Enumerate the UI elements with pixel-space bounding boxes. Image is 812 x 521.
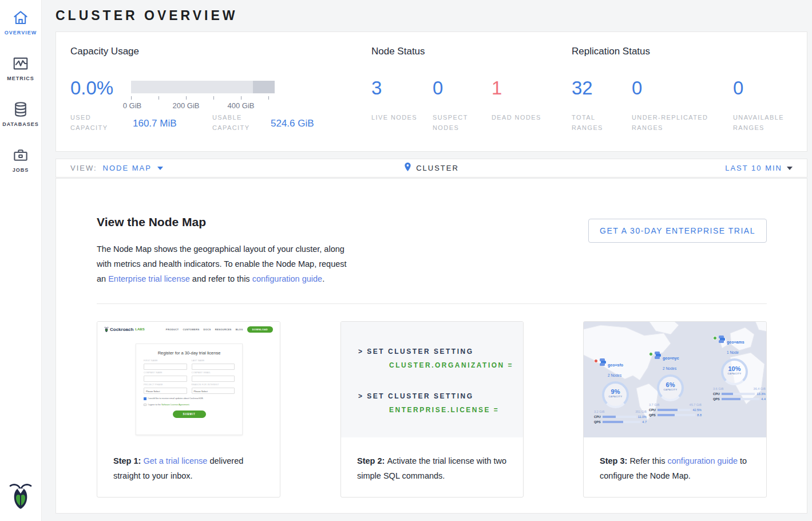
qps-label: QPS xyxy=(594,420,601,424)
sidebar-item-databases[interactable]: DATABASES xyxy=(0,101,41,127)
cpu-label: CPU xyxy=(713,392,720,396)
database-icon xyxy=(0,101,41,118)
locality-name: geo=ams xyxy=(727,340,744,344)
view-bar: VIEW: NODE MAP CLUSTER LAST 10 MIN xyxy=(56,159,807,177)
locality-name: geo=nyc xyxy=(663,356,679,360)
node-stack-icon xyxy=(655,352,661,359)
qps-value: 8.8 xyxy=(697,413,702,417)
configuration-guide-link[interactable]: configuration guide xyxy=(667,456,738,465)
caption-text: Refer this xyxy=(629,456,667,465)
qps-label: QPS xyxy=(713,397,720,401)
used-capacity-label: USED CAPACITY xyxy=(70,112,122,133)
locality-node-count: 1 Node xyxy=(727,350,739,354)
sidebar-item-label: OVERVIEW xyxy=(0,30,41,35)
capacity-used: 3.2 GiB xyxy=(594,410,604,413)
axis-tick xyxy=(159,96,159,100)
capacity-gauge: 9% CAPACITY xyxy=(602,381,629,408)
sql-statement: > SET CLUSTER SETTING xyxy=(358,393,523,400)
metrics-icon xyxy=(0,55,41,72)
usable-capacity-value: 524.6 GiB xyxy=(271,118,314,129)
axis-tick xyxy=(268,96,269,100)
step-number: Step 1: xyxy=(113,456,143,465)
cpu-label: CPU xyxy=(649,408,656,412)
briefcase-icon xyxy=(0,147,41,164)
axis-tick-label: 400 GiB xyxy=(228,101,255,110)
sidebar-item-jobs[interactable]: JOBS xyxy=(0,147,41,173)
cpu-value: 11.0% xyxy=(638,415,647,419)
breadcrumb-cluster: CLUSTER xyxy=(416,164,459,172)
capacity-percent: 6% xyxy=(659,381,682,388)
cpu-label: CPU xyxy=(594,415,601,419)
configuration-guide-link[interactable]: configuration guide xyxy=(252,274,323,283)
step-2-card: > SET CLUSTER SETTING CLUSTER.ORGANIZATI… xyxy=(340,321,524,498)
capacity-usage-title: Capacity Usage xyxy=(70,46,139,57)
field-label: REASON FOR INTEREST xyxy=(192,384,235,386)
enterprise-trial-license-link[interactable]: Enterprise trial license xyxy=(108,274,190,283)
capacity-gauge: 6% CAPACITY xyxy=(657,374,684,401)
select-input: Please Select xyxy=(192,388,235,394)
enterprise-trial-button[interactable]: GET A 30-DAY ENTERPRISE TRIAL xyxy=(588,219,767,243)
capacity-percent: 0.0% xyxy=(70,77,113,99)
license-agreement-link: Software License Agreement. xyxy=(161,404,190,406)
node-map-description: The Node Map shows the geographical layo… xyxy=(97,242,357,286)
text-input xyxy=(144,376,187,382)
checkbox-label: I agree to the xyxy=(148,404,161,406)
sql-statement: > SET CLUSTER SETTING xyxy=(358,348,523,355)
location-pin-icon xyxy=(404,162,411,174)
total-ranges-label: TOTAL RANGES xyxy=(572,112,623,133)
capacity-bar-chart xyxy=(131,81,275,93)
nav-item: DOCS xyxy=(204,328,211,331)
checkbox-checked xyxy=(144,397,146,400)
get-trial-license-link[interactable]: Get a trial license xyxy=(143,456,207,465)
sidebar-item-label: DATABASES xyxy=(0,121,41,127)
sql-setting: ENTERPRISE.LICENSE = xyxy=(389,406,523,413)
chevron-down-icon[interactable] xyxy=(787,167,793,170)
suspect-nodes-label: SUSPECT NODES xyxy=(433,112,484,133)
capacity-total: 36.4 GiB xyxy=(754,387,766,390)
replication-status-title: Replication Status xyxy=(572,46,650,57)
capacity-label: CAPACITY xyxy=(604,395,627,398)
status-dot-green-icon xyxy=(649,352,653,356)
page-title: CLUSTER OVERVIEW xyxy=(56,8,238,23)
node-map-panel: View the Node Map The Node Map shows the… xyxy=(56,178,807,514)
sidebar-item-metrics[interactable]: METRICS xyxy=(0,55,41,81)
mock-site-header: Cockroach LABS PRODUCT CUSTOMERS DOCS RE… xyxy=(97,322,280,337)
time-range-selector[interactable]: LAST 10 MIN xyxy=(725,164,793,172)
form-title: Register for a 30-day trial license xyxy=(144,350,235,356)
total-ranges-value: 32 xyxy=(572,77,593,99)
under-replicated-ranges-value: 0 xyxy=(632,77,642,99)
field-label: COMPANY EMAIL xyxy=(192,372,235,374)
node-status-title: Node Status xyxy=(371,46,425,57)
checkbox-label: I would like to receive email updates ab… xyxy=(148,397,204,400)
step-1-card: Cockroach LABS PRODUCT CUSTOMERS DOCS RE… xyxy=(97,321,280,498)
dead-nodes-label: DEAD NODES xyxy=(492,112,543,123)
sidebar-item-overview[interactable]: OVERVIEW xyxy=(0,9,41,35)
axis-tick xyxy=(213,96,214,100)
capacity-gauge: 10% CAPACITY xyxy=(721,358,748,385)
sidebar: OVERVIEW METRICS DATABASES xyxy=(0,0,42,521)
sql-code-block: > SET CLUSTER SETTING CLUSTER.ORGANIZATI… xyxy=(341,322,523,437)
text-input xyxy=(192,364,235,370)
status-dot-green-icon xyxy=(713,336,717,340)
description-text: and refer to this xyxy=(190,274,252,283)
time-range-value[interactable]: LAST 10 MIN xyxy=(725,164,782,172)
dead-nodes-value: 1 xyxy=(492,77,502,99)
mock-site-nav: PRODUCT CUSTOMERS DOCS RESOURCES BLOG DO… xyxy=(166,326,273,333)
locality-name: geo=sfo xyxy=(608,363,623,367)
step-3-card: geo=sfo2 Nodes 9% CAPACITY 3.2 GiB351 Gi… xyxy=(583,321,767,498)
step-1-caption: Step 1: Get a trial license delivered st… xyxy=(97,437,280,483)
capacity-label: CAPACITY xyxy=(659,388,682,391)
under-replicated-ranges-label: UNDER-REPLICATED RANGES xyxy=(632,112,723,133)
trial-license-form: Register for a 30-day trial license FIRS… xyxy=(136,344,243,435)
cluster-overview-page: OVERVIEW METRICS DATABASES xyxy=(0,0,812,521)
capacity-percent: 9% xyxy=(604,388,627,395)
step-2-caption: Step 2: Activate the trial license with … xyxy=(341,437,523,483)
field-label: FIRST NAME xyxy=(144,360,187,362)
trial-registration-screenshot: Cockroach LABS PRODUCT CUSTOMERS DOCS RE… xyxy=(97,322,280,437)
cockroachdb-logo-icon xyxy=(9,481,32,513)
capacity-total: 45.7 GiB xyxy=(690,403,702,406)
axis-tick-label: 200 GiB xyxy=(173,101,200,110)
field-label: COMPANY NAME xyxy=(144,372,187,374)
live-nodes-label: LIVE NODES xyxy=(371,112,423,123)
home-icon xyxy=(0,9,41,26)
